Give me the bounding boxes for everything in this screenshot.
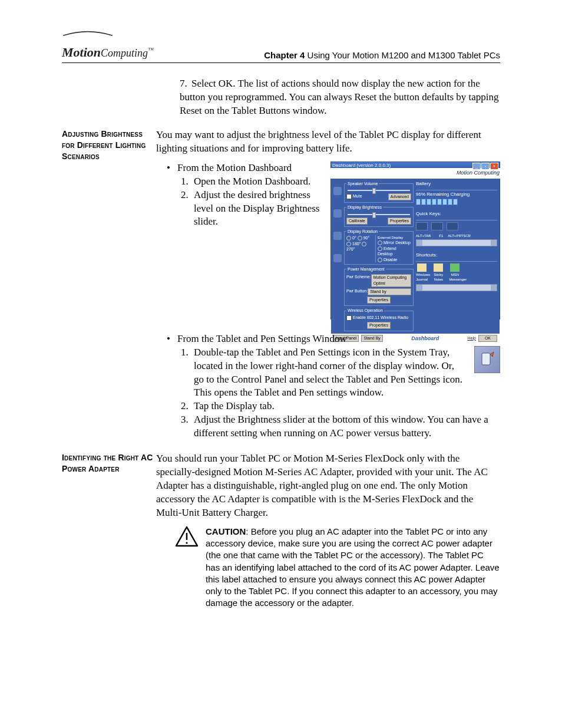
grp-brightness: Display Brightness Calibrate Properties xyxy=(344,205,414,226)
step-number: 7. xyxy=(180,77,191,91)
grp-wireless: Wireless Operation Enable 802.11 Wireles… xyxy=(344,308,414,331)
shortcut-journal[interactable]: Windows Journal xyxy=(416,263,428,282)
b2-step2: 2.Tap the Display tab. xyxy=(181,400,500,413)
volume-slider[interactable] xyxy=(348,190,410,191)
standby-button[interactable]: Stand By xyxy=(361,335,382,342)
help-link[interactable]: Help xyxy=(467,335,475,341)
bullet2-label: From the Tablet and Pen Settings Window xyxy=(177,332,346,346)
battery-status: 96% Remaining Charging xyxy=(416,192,470,197)
dashboard-label: Dashboard xyxy=(385,335,465,342)
wireless-icon xyxy=(333,254,342,262)
caution-label: CAUTION xyxy=(206,526,246,536)
b2-step1: 1.Double-tap the Tablet and Pen Settings… xyxy=(181,346,462,400)
chapter-title: Using Your Motion M1200 and M1300 Tablet… xyxy=(305,50,500,60)
shortcut-msn[interactable]: MSN Messenger xyxy=(449,263,461,282)
grp-rotation: Display Rotation 0° 90° 180° 270° Extern… xyxy=(344,229,414,265)
sidehead-ac-adapter: Identifying the Right AC Power Adapter xyxy=(62,452,156,475)
calibrate-button[interactable]: Calibrate xyxy=(346,218,368,225)
quickkey-2[interactable] xyxy=(431,222,443,230)
section2-body: You should run your Tablet PC or Motion … xyxy=(156,452,500,520)
db-title: Dashboard (version 2.0.0.3) xyxy=(332,163,391,169)
battery-label: Battery xyxy=(416,181,497,187)
minimize-icon[interactable]: _ xyxy=(472,163,481,170)
speaker-icon xyxy=(333,187,342,195)
brightness-slider[interactable] xyxy=(348,214,410,215)
pwrbtn-select[interactable]: Stand by xyxy=(368,288,411,295)
scheme-select[interactable]: Motion Computing Optimi xyxy=(371,274,411,287)
dashboard-screenshot: Dashboard (version 2.0.0.3) _▫× Motion C… xyxy=(330,162,500,319)
quickkey-3[interactable] xyxy=(447,222,458,230)
grp-speaker: Speaker Volume Mute Advanced xyxy=(344,181,414,203)
chapter-number: Chapter 4 xyxy=(264,50,305,60)
page-header: MotionComputing™ Chapter 4 Using Your Mo… xyxy=(62,29,500,63)
b1-step2: 2.Adjust the desired brightness level on… xyxy=(181,189,323,229)
battery-bar xyxy=(416,199,497,205)
chapter-line: Chapter 4 Using Your Motion M1200 and M1… xyxy=(264,50,500,60)
quickkeys-label: Quick Keys: xyxy=(416,211,497,218)
tablet-pen-settings-icon xyxy=(474,346,500,373)
bullet-dashboard: •From the Motion Dashboard xyxy=(167,162,323,175)
brand-logo: MotionComputing™ xyxy=(62,29,154,60)
mute-checkbox xyxy=(346,194,352,199)
bullet1-label: From the Motion Dashboard xyxy=(177,162,292,175)
maximize-icon[interactable]: ▫ xyxy=(481,163,490,170)
wireless-properties-button[interactable]: Properties xyxy=(367,322,391,329)
caution-text: CAUTION: Before you plug an AC adapter i… xyxy=(206,526,500,610)
ok-button[interactable]: OK xyxy=(478,335,497,342)
svg-point-2 xyxy=(186,542,187,543)
logo-swoosh-icon xyxy=(62,29,114,38)
advanced-button[interactable]: Advanced xyxy=(388,193,411,200)
db-footer: Input Panel Stand By Dashboard Help OK xyxy=(331,334,500,343)
db-side-icons xyxy=(333,181,342,331)
svg-rect-0 xyxy=(482,353,490,365)
display-icon xyxy=(333,209,342,218)
power-icon xyxy=(333,232,342,240)
db-brand: Motion Computing xyxy=(329,168,502,179)
properties-button[interactable]: Properties xyxy=(388,218,411,225)
close-icon[interactable]: × xyxy=(490,163,498,170)
b2-step3: 3.Adjust the Brightness slider at the bo… xyxy=(181,413,500,440)
pwr-properties-button[interactable]: Properties xyxy=(367,297,391,304)
step-7: 7.Select OK. The list of actions should … xyxy=(180,77,500,118)
caution-body: : Before you plug an AC adapter into the… xyxy=(206,526,500,608)
grp-power: Power Management Pwr Scheme:Motion Compu… xyxy=(344,266,414,306)
section1-intro: You may want to adjust the brightness le… xyxy=(156,129,500,156)
rot-90 xyxy=(358,236,362,241)
quickkey-1[interactable] xyxy=(416,222,428,230)
quickkeys-scroll[interactable] xyxy=(416,239,497,246)
logo-computing: Computing xyxy=(101,47,148,59)
rot-270 xyxy=(362,242,366,246)
caution-icon xyxy=(175,526,199,551)
b1-step1: 1.Open the Motion Dashboard. xyxy=(181,175,323,189)
shortcuts-label: Shortcuts: xyxy=(416,252,497,259)
sidehead-brightness: Adjusting Brightness for Different Light… xyxy=(62,129,156,162)
rot-180 xyxy=(346,242,351,246)
step-text: Select OK. The list of actions should no… xyxy=(180,78,499,116)
shortcuts-scroll[interactable] xyxy=(416,284,497,291)
rot-0 xyxy=(346,236,351,241)
shortcut-sticky[interactable]: Sticky Notes xyxy=(432,263,444,282)
wireless-checkbox xyxy=(346,315,352,321)
db-window-buttons: _▫× xyxy=(472,163,498,170)
logo-motion: Motion xyxy=(62,45,101,60)
